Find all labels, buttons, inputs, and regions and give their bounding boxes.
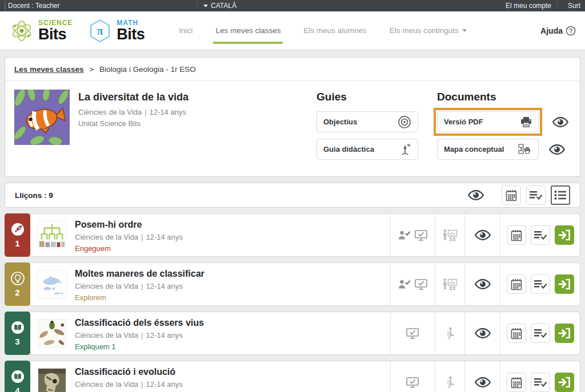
lesson-number: 4 [15, 386, 19, 392]
lesson-enter-button[interactable] [555, 373, 574, 392]
lesson-title: Moltes maneres de classificar [75, 269, 390, 279]
math-bits-logo[interactable]: π MATH Bits [87, 18, 145, 43]
unit-card: Les meves classes > Biologia i Geologia … [5, 57, 580, 177]
cladogram-thumbnail-icon [38, 221, 66, 249]
lesson-enter-button[interactable] [555, 274, 574, 294]
lesson-status-column [390, 312, 435, 354]
unit-info: La diversitat de la vida Ciències de la … [78, 90, 308, 166]
lesson-activity-column [435, 361, 464, 392]
student-desk-icon [446, 376, 455, 389]
lessons-calendar-button[interactable] [502, 185, 521, 205]
account-divider [557, 2, 558, 10]
lesson-visibility-eye-button[interactable] [464, 214, 500, 256]
question-circle-icon: ? [566, 26, 576, 36]
lesson-checklist-button[interactable] [531, 373, 550, 392]
lesson-checklist-button[interactable] [531, 324, 550, 343]
lesson-checklist-button[interactable] [531, 274, 550, 294]
lesson-activity-column [435, 312, 464, 354]
nav-els-meus-continguts[interactable]: Els meus continguts [390, 23, 467, 38]
printer-icon [520, 117, 532, 127]
lesson-subject-age: Ciències de la Vida|12-14 anys [75, 380, 390, 389]
lightbulb-icon [10, 271, 25, 286]
nav-els-meus-alumnes[interactable]: Els meus alumnes [303, 23, 366, 38]
student-desk-icon [446, 327, 455, 340]
presentation-icon [442, 278, 458, 290]
lesson-actions-column [500, 361, 580, 392]
lesson-stage-label: Explorem [75, 293, 390, 302]
screen-check-icon [415, 279, 428, 290]
lessons-visibility-eye-button[interactable] [468, 188, 484, 202]
unit-type: Unitat Science Bits [78, 119, 308, 128]
documents-title: Documents [437, 91, 571, 103]
breadcrumb: Les meves classes > Biologia i Geologia … [5, 58, 580, 81]
lessons-checklist-button[interactable] [526, 185, 546, 205]
person-check-icon [398, 231, 411, 240]
math-logo-word: MATH [117, 19, 145, 26]
lesson-checklist-button[interactable] [531, 225, 550, 245]
mapa-conceptual-button[interactable]: Mapa conceptual [437, 139, 539, 160]
lesson-enter-button[interactable] [555, 225, 574, 245]
main-nav: Inici Les meves classes Els meus alumnes… [179, 23, 466, 38]
lesson-calendar-button[interactable] [507, 324, 526, 343]
fish-thumbnail-icon [38, 270, 66, 298]
guides-panel: Guies Objectius Guia didàctica [316, 90, 428, 166]
lesson-stage-label: Engeguem [75, 244, 390, 253]
top-bar-edge-divider [5, 1, 6, 10]
objectius-button[interactable]: Objectius [316, 111, 418, 132]
bullseye-icon [398, 115, 411, 129]
my-account-link[interactable]: El meu compte [506, 0, 551, 11]
breadcrumb-classes-link[interactable]: Les meves classes [14, 65, 84, 74]
lesson-subject-age: Ciències de la Vida|12-14 anys [75, 233, 390, 241]
help-label: Ajuda [540, 26, 563, 35]
lesson-title: Classificació dels éssers vius [75, 318, 390, 328]
main-content: Les meves classes > Biologia i Geologia … [0, 50, 585, 392]
lesson-number-badge: 3 [5, 312, 30, 355]
lessons-bar-actions [468, 185, 570, 205]
lesson-calendar-button[interactable] [507, 373, 526, 392]
lessons-count-label: Lliçons : 9 [15, 191, 53, 200]
versio-pdf-button[interactable]: Versió PDF [437, 111, 539, 132]
presentation-icon [442, 229, 458, 241]
person-check-icon [398, 280, 411, 289]
insects-thumbnail-icon [38, 320, 66, 347]
lessons-bar: Lliçons : 9 [5, 183, 580, 208]
language-selector[interactable]: CATALÀ [203, 0, 237, 11]
lesson-actions-column [500, 214, 580, 256]
screen-check-icon [415, 230, 428, 241]
lesson-status-column [390, 361, 435, 392]
help-link[interactable]: Ajuda ? [540, 26, 576, 36]
lesson-number-badge: 1 [5, 213, 30, 257]
svg-text:N: N [407, 143, 410, 147]
lesson-title: Posem-hi ordre [75, 220, 390, 230]
lesson-calendar-button[interactable] [507, 274, 526, 294]
lesson-thumbnail [38, 270, 66, 298]
lesson-subject-age: Ciències de la Vida|12-14 anys [75, 331, 390, 340]
pdf-visibility-eye-button[interactable] [552, 115, 568, 129]
science-bits-logo[interactable]: SCIENCE Bits [9, 18, 73, 43]
guia-didactica-button[interactable]: Guia didàctica N [316, 139, 418, 160]
science-logo-bits: Bits [38, 27, 73, 42]
guides-title: Guies [316, 91, 428, 103]
lesson-info: Moltes maneres de classificar Ciències d… [66, 263, 390, 305]
lesson-calendar-button[interactable] [507, 225, 526, 245]
lesson-visibility-eye-button[interactable] [464, 361, 500, 392]
unit-header-row: La diversitat de la vida Ciències de la … [5, 81, 580, 176]
lesson-info: Classificació dels éssers vius Ciències … [66, 312, 390, 354]
rocket-icon [10, 222, 25, 237]
nav-les-meves-classes[interactable]: Les meves classes [215, 23, 281, 38]
lesson-visibility-eye-button[interactable] [464, 263, 500, 305]
versio-pdf-row: Versió PDF [437, 111, 571, 132]
lesson-enter-button[interactable] [555, 324, 574, 343]
nav-inici[interactable]: Inici [179, 23, 193, 38]
lessons-list-view-button[interactable] [551, 185, 570, 205]
lesson-visibility-eye-button[interactable] [464, 312, 500, 354]
role-label: Docent : Teacher [8, 0, 60, 11]
unit-image-clownfish [14, 90, 70, 145]
top-bar: Docent : Teacher CATALÀ El meu compte Su… [0, 0, 585, 11]
pdf-highlight-box: Versió PDF [434, 108, 542, 136]
documents-panel: Documents Versió PDF [437, 90, 571, 166]
map-visibility-eye-button[interactable] [549, 143, 565, 156]
math-logo-bits: Bits [117, 27, 145, 42]
lesson-thumbnail [38, 319, 66, 347]
logout-link[interactable]: Surt [568, 0, 580, 11]
